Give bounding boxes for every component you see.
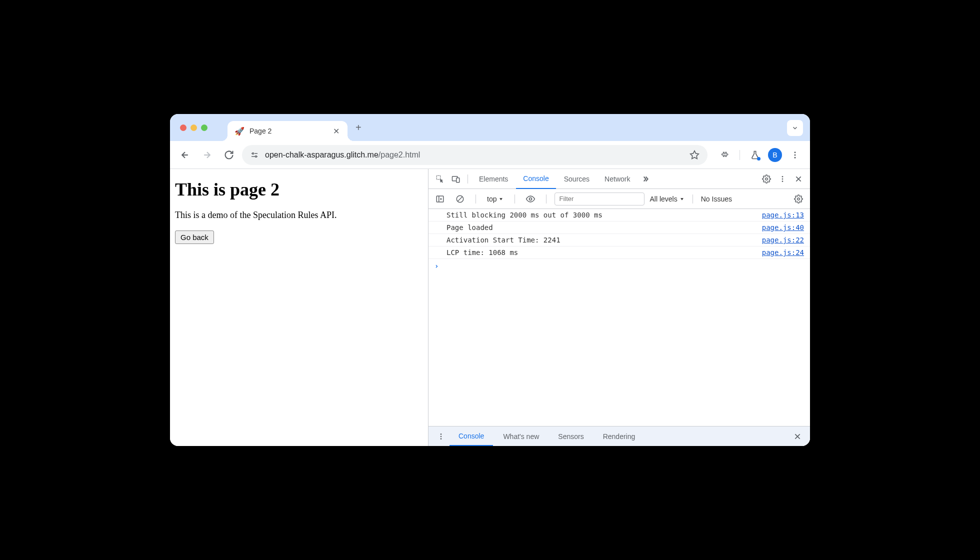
tab-search-button[interactable] — [787, 120, 803, 136]
levels-label: All levels — [650, 195, 677, 203]
svg-line-24 — [458, 196, 462, 201]
drawer-tab-whatsnew[interactable]: What's new — [494, 426, 548, 446]
reload-icon — [224, 150, 234, 160]
live-expression-button[interactable] — [523, 192, 538, 206]
svg-rect-12 — [436, 176, 440, 180]
log-levels-selector[interactable]: All levels — [650, 195, 684, 203]
console-row: Activation Start Time: 2241 page.js:22 — [428, 234, 810, 246]
arrow-left-icon — [180, 150, 190, 160]
eye-icon — [526, 194, 536, 204]
console-source-link[interactable]: page.js:13 — [762, 211, 804, 219]
inspect-icon — [436, 174, 444, 184]
puzzle-icon — [720, 150, 730, 160]
console-message: Page loaded — [446, 224, 762, 232]
svg-marker-27 — [680, 198, 684, 200]
console-source-link[interactable]: page.js:22 — [762, 236, 804, 244]
console-output: Still blocking 2000 ms out of 3000 ms pa… — [428, 209, 810, 426]
browser-window: 🚀 Page 2 ✕ + open-chalk-asparagus.glitch… — [170, 114, 810, 446]
svg-point-18 — [782, 180, 784, 182]
separator — [468, 174, 468, 184]
devtools-panel: Elements Console Sources Network — [428, 169, 810, 446]
console-sidebar-toggle[interactable] — [432, 192, 448, 206]
back-button[interactable] — [176, 146, 194, 164]
separator — [692, 194, 693, 204]
inspect-element-button[interactable] — [432, 172, 448, 186]
url-path: /page2.html — [378, 150, 420, 159]
gear-icon — [794, 194, 803, 204]
arrow-right-icon — [202, 150, 212, 160]
chevron-right-icon: › — [434, 262, 438, 270]
context-selector[interactable]: top — [484, 195, 506, 203]
dots-vertical-icon — [437, 432, 445, 440]
toolbar: open-chalk-asparagus.glitch.me/page2.htm… — [170, 141, 810, 169]
issues-label[interactable]: No Issues — [701, 195, 732, 203]
new-tab-button[interactable]: + — [348, 122, 370, 134]
maximize-window-button[interactable] — [201, 124, 208, 131]
console-source-link[interactable]: page.js:40 — [762, 224, 804, 232]
tab-title: Page 2 — [250, 127, 326, 135]
gear-icon — [762, 174, 771, 184]
tab-network[interactable]: Network — [598, 169, 637, 188]
notification-dot-icon — [757, 157, 760, 160]
address-bar[interactable]: open-chalk-asparagus.glitch.me/page2.htm… — [242, 145, 708, 165]
profile-avatar[interactable]: B — [768, 148, 782, 162]
devtools-tabs: Elements Console Sources Network — [428, 169, 810, 189]
menu-button[interactable] — [786, 146, 804, 164]
triangle-down-icon — [680, 196, 684, 202]
clear-icon — [456, 194, 464, 204]
close-tab-button[interactable]: ✕ — [332, 126, 340, 136]
svg-point-16 — [782, 176, 784, 178]
more-tabs-button[interactable] — [638, 172, 653, 186]
drawer-close-button[interactable] — [790, 429, 805, 444]
console-settings-button[interactable] — [791, 192, 806, 206]
devtools-settings-button[interactable] — [759, 172, 774, 186]
drawer-menu-button[interactable] — [434, 429, 448, 444]
svg-point-31 — [440, 438, 442, 440]
extensions-button[interactable] — [716, 146, 734, 164]
browser-tab[interactable]: 🚀 Page 2 ✕ — [228, 121, 348, 141]
svg-point-28 — [798, 198, 800, 200]
avatar-letter: B — [772, 151, 777, 159]
console-row: LCP time: 1068 ms page.js:24 — [428, 246, 810, 259]
forward-button[interactable] — [198, 146, 216, 164]
toolbar-right: B — [712, 146, 804, 164]
bookmark-button[interactable] — [690, 150, 700, 160]
page-heading: This is page 2 — [175, 179, 423, 200]
tab-sources[interactable]: Sources — [557, 169, 596, 188]
console-prompt[interactable]: › — [428, 259, 810, 273]
close-icon — [794, 432, 802, 440]
devices-icon — [452, 174, 460, 184]
svg-point-5 — [256, 156, 257, 157]
toolbar-divider — [740, 150, 740, 160]
console-message: Still blocking 2000 ms out of 3000 ms — [446, 211, 762, 219]
reload-button[interactable] — [220, 146, 238, 164]
go-back-button[interactable]: Go back — [175, 230, 214, 244]
device-toolbar-button[interactable] — [448, 172, 464, 186]
drawer-tab-sensors[interactable]: Sensors — [549, 426, 592, 446]
svg-point-11 — [794, 156, 796, 158]
console-source-link[interactable]: page.js:24 — [762, 248, 804, 256]
devtools-close-button[interactable] — [791, 172, 806, 186]
minimize-window-button[interactable] — [190, 124, 197, 131]
svg-point-2 — [252, 152, 254, 154]
svg-rect-21 — [436, 196, 444, 202]
close-window-button[interactable] — [180, 124, 186, 131]
clear-console-button[interactable] — [452, 192, 468, 206]
drawer-tab-console[interactable]: Console — [450, 427, 493, 446]
drawer-tab-rendering[interactable]: Rendering — [594, 426, 644, 446]
tab-elements[interactable]: Elements — [472, 169, 515, 188]
dots-vertical-icon — [790, 150, 800, 160]
experiments-button[interactable] — [746, 146, 764, 164]
chevrons-right-icon — [642, 175, 650, 183]
chevron-down-icon — [792, 124, 798, 132]
context-label: top — [487, 195, 496, 203]
tab-console[interactable]: Console — [516, 170, 556, 189]
url-host: open-chalk-asparagus.glitch.me — [265, 150, 378, 159]
triangle-down-icon — [498, 196, 504, 202]
svg-point-10 — [794, 154, 796, 156]
site-settings-icon[interactable] — [250, 150, 259, 160]
devtools-menu-button[interactable] — [775, 172, 790, 186]
console-filter-input[interactable] — [554, 192, 644, 206]
sidebar-icon — [436, 194, 444, 204]
console-message: Activation Start Time: 2241 — [446, 236, 762, 244]
